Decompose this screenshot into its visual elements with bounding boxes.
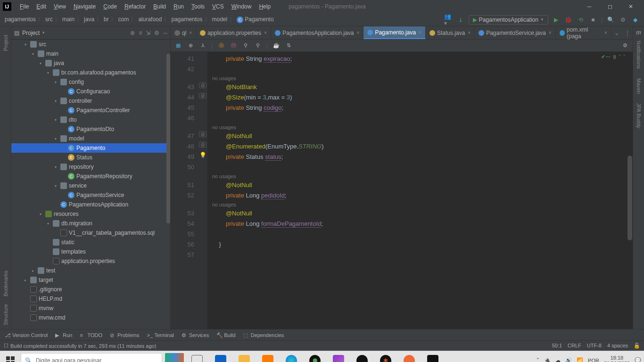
breadcrumbs[interactable]: pagamentos〉src〉main〉java〉br〉com〉alurafoo…	[5, 16, 274, 24]
app-explorer[interactable]	[234, 351, 255, 362]
close-icon[interactable]: ×	[264, 30, 267, 35]
rail-jpabuddy[interactable]: JPA Buddy	[635, 99, 643, 133]
tree-service[interactable]: ▾service	[11, 181, 170, 190]
taskview-icon[interactable]	[187, 351, 207, 362]
hierarchy-icon[interactable]: ⅄	[199, 42, 206, 49]
tree-status[interactable]: EStatus	[11, 153, 170, 162]
tree-configuracao[interactable]: CConfiguracao	[11, 87, 170, 96]
tree-target[interactable]: ▸target	[11, 275, 170, 285]
tree--gitignore[interactable]: .gitignore	[11, 285, 170, 294]
menu-view[interactable]: View	[50, 3, 70, 10]
btab-todo[interactable]: ≡TODO	[80, 332, 102, 338]
tray-clock[interactable]: 18:18 21/01/2023	[604, 355, 630, 362]
tabs-more-icon[interactable]: ⋮	[622, 26, 633, 39]
app-store[interactable]	[210, 351, 231, 362]
news-widget[interactable]	[165, 353, 184, 362]
tab-pom-xml-paga[interactable]: pom.xml (paga×	[556, 26, 611, 39]
tool2-icon[interactable]: ⚲	[254, 42, 262, 49]
find-a-icon[interactable]: ⓐ	[217, 42, 225, 49]
maven-m-icon[interactable]: m	[636, 29, 641, 36]
new-ui-icon[interactable]: ◆	[631, 16, 639, 24]
ddl-icon[interactable]: ▦	[174, 42, 182, 49]
btab-terminal[interactable]: >_Terminal	[147, 332, 174, 338]
run-config-selector[interactable]: ▶ PagamentosApplication ▼	[469, 15, 548, 25]
tray-notifications-icon[interactable]: 💬	[635, 357, 641, 362]
rail-structure[interactable]: Structure	[2, 300, 9, 329]
tree-pagamentodto[interactable]: CPagamentoDto	[11, 124, 170, 134]
tab-pagamentosapplication-java[interactable]: PagamentosApplication.java×	[271, 26, 363, 39]
tree-src[interactable]: ▾src	[11, 40, 170, 49]
tab-pagamentoservice-java[interactable]: PagamentoService.java×	[475, 26, 556, 39]
tray-battery-icon[interactable]: 🔌	[544, 357, 551, 362]
tree-application-properties[interactable]: application.properties	[11, 256, 170, 266]
sidebar-title[interactable]: Project	[22, 30, 40, 36]
tray-chevron-icon[interactable]: ˄	[537, 357, 539, 362]
minimize-button[interactable]: ─	[579, 0, 600, 13]
tree-pagamentosapplication[interactable]: CPagamentosApplication	[11, 200, 170, 209]
menu-help[interactable]: Help	[255, 3, 274, 10]
problems-count[interactable]: 8	[613, 54, 616, 60]
crumb[interactable]: main	[62, 16, 74, 23]
prev-problem-icon[interactable]: ˆ	[619, 54, 621, 60]
menu-window[interactable]: Window	[228, 3, 256, 10]
tray-lang[interactable]: POR	[588, 358, 599, 362]
maximize-button[interactable]: ◻	[600, 0, 620, 13]
caret-pos[interactable]: 50:1	[552, 343, 562, 349]
next-problem-icon[interactable]: ˇ	[623, 54, 625, 60]
menu-edit[interactable]: Edit	[33, 3, 50, 10]
tree-br-com-alurafood-pagamentos[interactable]: ▾br.com.alurafood.pagamentos	[11, 68, 170, 77]
close-icon[interactable]: ×	[604, 30, 607, 35]
crumb-class[interactable]: CPagamento	[237, 16, 273, 23]
sidebar-settings-icon[interactable]: ⚙	[154, 30, 159, 36]
tree-templates[interactable]: templates	[11, 247, 170, 256]
people-icon[interactable]: 👥▾	[444, 16, 453, 24]
tree-repository[interactable]: ▾repository	[11, 162, 170, 172]
tree-static[interactable]: static	[11, 238, 170, 247]
close-icon[interactable]: ×	[549, 30, 552, 35]
debug-button[interactable]: 🐞	[564, 16, 573, 24]
close-icon[interactable]: ×	[189, 30, 192, 35]
tree-model[interactable]: ▾model	[11, 134, 170, 143]
tree-test[interactable]: ▸test	[11, 266, 170, 275]
app-red[interactable]: ✱	[375, 351, 396, 362]
app-intellij[interactable]	[422, 351, 443, 362]
bean-icon[interactable]: ☕	[272, 42, 280, 49]
tree-pagamentocontroller[interactable]: CPagamentoController	[11, 106, 170, 115]
tree-mvnw[interactable]: mvnw	[11, 304, 170, 313]
readonly-lock-icon[interactable]: 🔓	[634, 343, 640, 349]
crumb[interactable]: pagamentos	[5, 16, 36, 23]
tray-cloud-icon[interactable]: ☁	[555, 357, 561, 362]
crumb[interactable]: model	[212, 16, 228, 23]
crumb[interactable]: com	[118, 16, 129, 23]
btab-problems[interactable]: ⊘Problems	[110, 332, 139, 338]
btab-dependencies[interactable]: ⬚Dependencies	[243, 332, 284, 338]
collapse-icon[interactable]: ⇲	[146, 30, 150, 36]
tab-status-java[interactable]: Status.java×	[426, 26, 475, 39]
tab-application-properties[interactable]: application.properties×	[196, 26, 271, 39]
tree-main[interactable]: ▾main	[11, 49, 170, 58]
menu-vcs[interactable]: VCS	[208, 3, 228, 10]
menu-file[interactable]: File	[16, 3, 33, 10]
close-button[interactable]: ✕	[620, 0, 641, 13]
close-icon[interactable]: ×	[419, 30, 421, 35]
tree-resources[interactable]: ▾resources	[11, 209, 170, 219]
stop-button[interactable]: ■	[589, 16, 597, 24]
rail-bookmarks[interactable]: Bookmarks	[2, 267, 9, 300]
editor-scrollbar[interactable]	[627, 52, 633, 329]
tree-pagamento[interactable]: CPagamento	[11, 143, 170, 153]
tree-dto[interactable]: ▾dto	[11, 115, 170, 124]
tray-volume-icon[interactable]: 🔊	[565, 357, 572, 362]
app-postman[interactable]	[399, 351, 420, 362]
locate-icon[interactable]: ⊕	[130, 30, 135, 36]
tabs-dropdown-icon[interactable]: ⌄	[611, 26, 622, 39]
tree-config[interactable]: ▾config	[11, 77, 170, 87]
btab-services[interactable]: ⚙Services	[182, 332, 209, 338]
tree-pagamentoservice[interactable]: CPagamentoService	[11, 190, 170, 200]
expand-icon[interactable]: ≡	[139, 30, 142, 36]
tree-help-md[interactable]: HELP.md	[11, 294, 170, 304]
app-edge[interactable]	[281, 351, 302, 362]
tree-v1__criar_tabela_pagamentos-sql[interactable]: V1__criar_tabela_pagamentos.sql	[11, 228, 170, 238]
crumb[interactable]: pagamentos	[171, 16, 202, 23]
menu-code[interactable]: Code	[99, 3, 121, 10]
crumb[interactable]: src	[45, 16, 53, 23]
